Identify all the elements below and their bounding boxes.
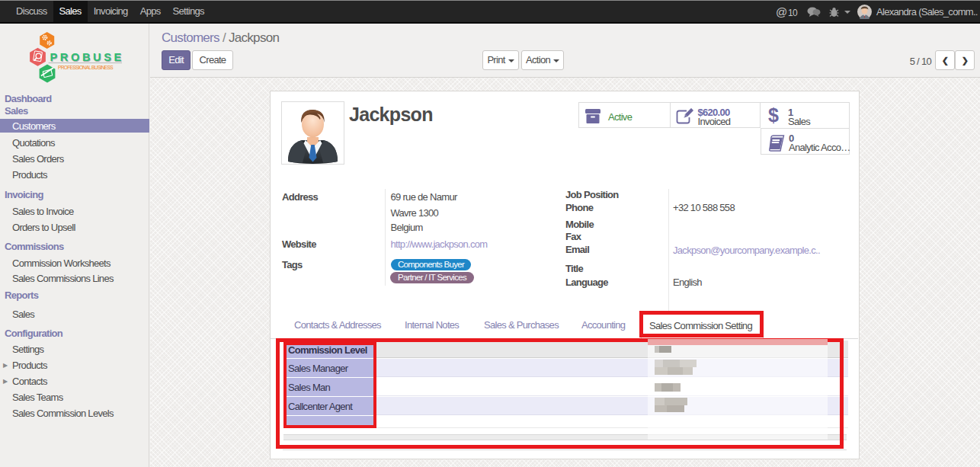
svg-text:PROFESSIONAL BUSINESS: PROFESSIONAL BUSINESS	[58, 65, 114, 70]
